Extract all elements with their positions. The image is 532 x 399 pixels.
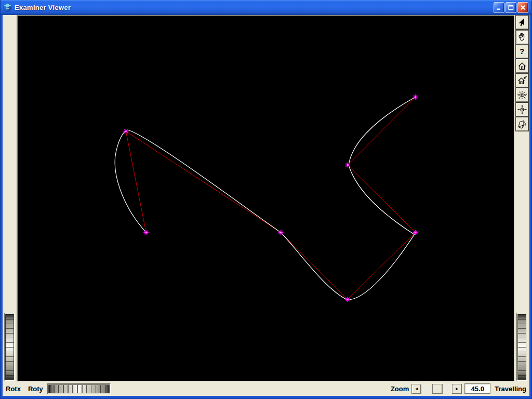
roty-thumbwheel[interactable]	[4, 313, 15, 381]
rotx-label: Rotx	[6, 385, 21, 393]
zoom-label: Zoom	[391, 385, 409, 393]
view-mode-button[interactable]	[516, 30, 528, 44]
bspline-scene[interactable]	[18, 16, 514, 381]
camera-type-button[interactable]	[516, 117, 528, 131]
cursor-arrow-icon	[517, 17, 527, 28]
left-trim-panel	[3, 15, 17, 381]
zoom-slider-left-button[interactable]: ◄	[412, 384, 421, 393]
maximize-icon	[508, 5, 514, 10]
dolly-thumbwheel[interactable]	[516, 313, 527, 381]
rotx-thumbwheel-ridges[interactable]	[48, 384, 110, 393]
question-mark-icon: ?	[520, 47, 524, 56]
titlebar[interactable]: iv Examiner Viewer	[1, 0, 531, 15]
window-title: Examiner Viewer	[15, 4, 493, 11]
zoom-slider-thumb[interactable]	[433, 384, 442, 393]
roty-thumbwheel-ridges[interactable]	[5, 314, 14, 380]
hand-icon	[517, 32, 527, 42]
zoom-value-field[interactable]: 45.0	[464, 383, 490, 394]
home-set-icon	[517, 75, 527, 86]
render-canvas[interactable]	[17, 15, 514, 381]
close-icon	[520, 5, 526, 10]
minimize-icon	[496, 5, 502, 10]
pick-mode-button[interactable]	[516, 16, 528, 29]
close-button[interactable]	[517, 2, 528, 13]
eye-rays-icon	[517, 90, 527, 100]
seek-button[interactable]	[516, 103, 528, 116]
right-arrow-icon: ►	[455, 387, 459, 391]
view-all-button[interactable]	[516, 88, 528, 102]
examiner-viewer-window: iv Examiner Viewer	[0, 0, 532, 399]
mode-label: Travelling	[495, 385, 526, 393]
svg-text:iv: iv	[6, 7, 9, 10]
set-home-button[interactable]	[516, 74, 528, 87]
roty-label: Roty	[28, 385, 43, 393]
help-button[interactable]: ?	[516, 45, 528, 58]
right-toolbar-panel: ?	[514, 15, 529, 381]
maximize-button[interactable]	[506, 2, 516, 13]
minimize-button[interactable]	[494, 2, 504, 13]
rotx-thumbwheel[interactable]	[47, 383, 111, 394]
seek-crosshair-icon	[517, 104, 527, 115]
bottom-decoration-bar: Rotx Roty Zoom ◄ ► 45.0 Travelling	[3, 381, 529, 396]
home-icon	[517, 61, 527, 71]
zoom-slider-right-button[interactable]: ►	[453, 384, 461, 393]
inventor-cube-icon: iv	[3, 3, 12, 12]
dolly-thumbwheel-ridges[interactable]	[517, 314, 526, 380]
frustum-icon	[517, 119, 527, 129]
home-button[interactable]	[516, 59, 528, 73]
zoom-slider-group: Zoom ◄ ► 45.0 Travelling	[391, 383, 527, 394]
zoom-slider-track[interactable]	[421, 384, 452, 393]
left-arrow-icon: ◄	[415, 387, 419, 391]
viewer-body: ?	[3, 15, 529, 381]
